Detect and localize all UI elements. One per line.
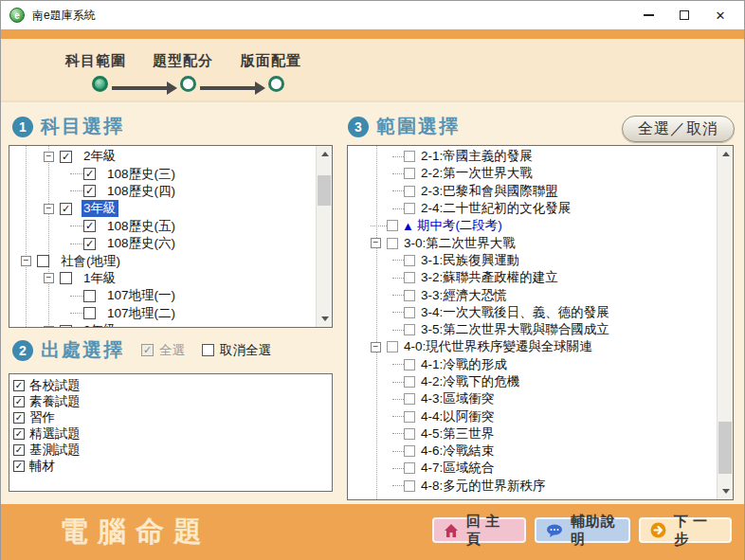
tree-row[interactable]: 3-3:經濟大恐慌 — [348, 286, 717, 303]
tree-row[interactable]: −2年級 — [9, 322, 316, 328]
list-item[interactable]: ✓基測試題 — [9, 442, 332, 458]
tree-checkbox[interactable] — [387, 220, 398, 231]
range-tree-scrollbar[interactable] — [717, 146, 733, 499]
select-all-toggle-button[interactable]: 全選／取消 — [622, 116, 735, 142]
tree-checkbox[interactable]: ✓ — [83, 220, 96, 232]
list-item[interactable]: ✓輔材 — [9, 458, 332, 474]
tree-checkbox[interactable] — [404, 151, 415, 162]
tree-row[interactable]: −1年級 — [9, 270, 316, 287]
tree-row[interactable]: 4-7:區域統合 — [348, 460, 717, 477]
tree-checkbox[interactable] — [60, 272, 72, 284]
help-button[interactable]: 輔助說明 — [535, 517, 630, 543]
tree-row[interactable]: 4-5:第三世界 — [348, 425, 717, 443]
tree-checkbox[interactable]: ✓ — [60, 203, 72, 215]
deselect-all-checkbox[interactable] — [202, 344, 214, 356]
tree-checkbox[interactable] — [404, 307, 415, 318]
tree-row[interactable]: 3-2:蘇聯共產政權的建立 — [348, 269, 717, 286]
step-circle-1[interactable] — [92, 76, 108, 92]
expand-minus-icon[interactable]: − — [21, 256, 31, 266]
scroll-thumb[interactable] — [718, 422, 732, 474]
expand-minus-icon[interactable]: − — [44, 326, 54, 328]
tree-checkbox[interactable] — [60, 325, 72, 328]
tree-checkbox[interactable] — [387, 238, 398, 249]
list-checkbox[interactable]: ✓ — [13, 396, 25, 407]
tree-checkbox[interactable] — [404, 203, 415, 214]
tree-checkbox[interactable] — [83, 290, 96, 302]
minimize-button[interactable] — [630, 1, 666, 29]
maximize-button[interactable] — [666, 1, 702, 29]
list-item[interactable]: ✓素養試題 — [9, 393, 332, 409]
next-button[interactable]: 下一步 — [639, 517, 732, 543]
close-button[interactable]: ✕ — [702, 1, 738, 29]
list-checkbox[interactable]: ✓ — [13, 444, 25, 456]
tree-row[interactable]: 4-2:冷戰下的危機 — [348, 373, 717, 390]
tree-checkbox[interactable]: ✓ — [60, 151, 72, 163]
tree-row[interactable]: 4-6:冷戰結束 — [348, 443, 717, 460]
tree-row[interactable]: −✓2年級 — [9, 148, 316, 165]
tree-row[interactable]: 3-1:民族復興運動 — [348, 252, 717, 269]
expand-minus-icon[interactable]: − — [371, 238, 381, 248]
tree-checkbox[interactable] — [404, 272, 415, 283]
tree-row[interactable]: 4-3:區域衝突 — [348, 390, 717, 407]
step-circle-3[interactable] — [268, 76, 284, 92]
tree-checkbox[interactable] — [404, 324, 415, 335]
tree-checkbox[interactable] — [404, 290, 415, 301]
tree-checkbox[interactable]: ✓ — [83, 168, 96, 180]
tree-checkbox[interactable] — [83, 307, 96, 319]
tree-row[interactable]: −3-0:第二次世界大戰 — [348, 234, 717, 251]
tree-row[interactable]: 107地理(一) — [9, 287, 316, 304]
step-circle-2[interactable] — [180, 76, 196, 92]
select-all-checkbox[interactable]: ✓ — [141, 344, 154, 356]
tree-row[interactable]: ✓108歷史(五) — [9, 218, 316, 235]
subject-tree-scrollbar[interactable] — [316, 146, 332, 327]
tree-row[interactable]: 3-4:一次大戰後日、義、德的發展 — [348, 304, 717, 321]
scroll-up-icon[interactable] — [317, 146, 333, 162]
tree-row[interactable]: ✓108歷史(六) — [9, 235, 316, 252]
tree-row[interactable]: 107地理(二) — [9, 305, 316, 322]
list-item[interactable]: ✓習作 — [9, 409, 332, 425]
tree-checkbox[interactable] — [404, 255, 415, 266]
tree-checkbox[interactable] — [404, 411, 415, 423]
tree-row[interactable]: 4-4:以阿衝突 — [348, 407, 717, 425]
list-checkbox[interactable]: ✓ — [13, 461, 25, 472]
tree-checkbox[interactable] — [404, 359, 415, 370]
expand-minus-icon[interactable]: − — [44, 273, 54, 283]
tree-row[interactable]: 2-3:巴黎和會與國際聯盟 — [348, 183, 717, 200]
tree-row[interactable]: −4-0:現代世界秩序變遷與全球關連 — [348, 338, 717, 355]
tree-row[interactable]: 3-5:第二次世界大戰與聯合國成立 — [348, 321, 717, 338]
scroll-down-icon[interactable] — [718, 483, 734, 499]
tree-row[interactable]: ▲期中考(二段考) — [348, 217, 717, 234]
tree-row[interactable]: −社會(地理) — [9, 252, 316, 269]
expand-minus-icon[interactable]: − — [44, 152, 54, 162]
tree-row[interactable]: 2-2:第一次世界大戰 — [348, 165, 717, 182]
scroll-up-icon[interactable] — [718, 146, 734, 162]
scroll-thumb[interactable] — [318, 175, 331, 206]
tree-row[interactable]: 4-8:多元的世界新秩序 — [348, 478, 717, 495]
tree-checkbox[interactable] — [404, 376, 415, 388]
tree-row[interactable]: 4-1:冷戰的形成 — [348, 356, 717, 373]
tree-checkbox[interactable]: ✓ — [83, 185, 96, 197]
tree-checkbox[interactable] — [404, 462, 415, 474]
tree-row[interactable]: 2-1:帝國主義的發展 — [348, 148, 717, 165]
scroll-down-icon[interactable] — [317, 311, 333, 327]
tree-checkbox[interactable] — [404, 168, 415, 179]
tree-row[interactable]: ✓108歷史(四) — [9, 183, 316, 200]
tree-checkbox[interactable] — [404, 428, 415, 440]
tree-checkbox[interactable] — [37, 255, 49, 267]
tree-checkbox[interactable] — [404, 480, 415, 492]
tree-row[interactable]: 2-4:二十世紀初的文化發展 — [348, 200, 717, 217]
tree-checkbox[interactable] — [404, 393, 415, 405]
tree-checkbox[interactable]: ✓ — [83, 238, 96, 250]
tree-row[interactable]: −✓3年級 — [9, 200, 316, 217]
list-checkbox[interactable]: ✓ — [13, 428, 25, 440]
list-item[interactable]: ✓精選試題 — [9, 425, 332, 442]
list-checkbox[interactable]: ✓ — [13, 380, 25, 391]
home-button[interactable]: 回主頁 — [432, 517, 526, 543]
tree-checkbox[interactable] — [404, 445, 415, 457]
tree-checkbox[interactable] — [387, 341, 398, 352]
expand-minus-icon[interactable]: − — [44, 204, 54, 214]
list-checkbox[interactable]: ✓ — [13, 412, 25, 424]
tree-checkbox[interactable] — [404, 186, 415, 197]
list-item[interactable]: ✓各校試題 — [9, 377, 332, 393]
expand-minus-icon[interactable]: − — [371, 342, 381, 352]
